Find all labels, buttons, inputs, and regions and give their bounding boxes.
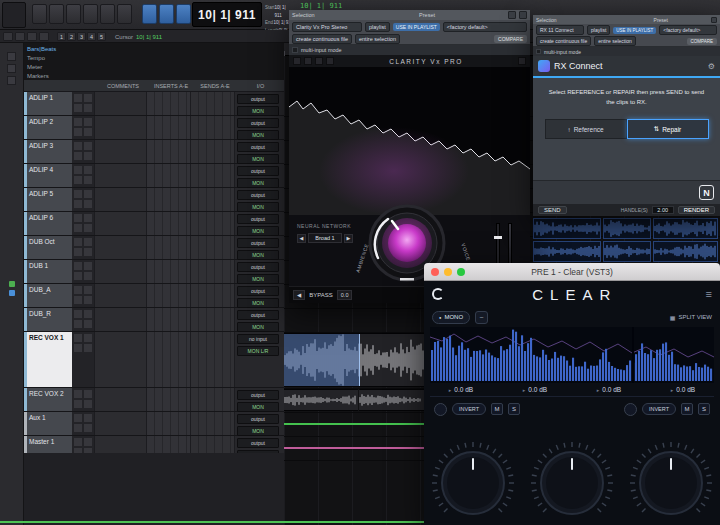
io-monitor[interactable]: MON [237, 250, 279, 260]
spot-mode-button[interactable] [27, 32, 37, 41]
edit-selection[interactable] [284, 334, 360, 386]
memory-location-5[interactable]: 5 [97, 32, 106, 41]
io-output[interactable]: output [237, 190, 279, 200]
smart-tool-grab-button[interactable] [176, 4, 191, 24]
inserts-cell[interactable] [146, 332, 190, 387]
track-buttons[interactable] [72, 236, 94, 259]
sends-cell[interactable] [190, 388, 234, 411]
menu-icon[interactable] [293, 57, 301, 65]
tracks-list-button[interactable] [7, 52, 16, 61]
track-buttons[interactable] [72, 260, 94, 283]
io-monitor[interactable]: MON [237, 178, 279, 188]
inserts-cell[interactable] [146, 260, 190, 283]
undo-icon[interactable] [304, 57, 312, 65]
menu-icon[interactable]: ≡ [706, 288, 712, 300]
comments-cell[interactable] [94, 212, 146, 235]
io-monitor[interactable]: MON [237, 130, 279, 140]
slip-mode-button[interactable] [15, 32, 25, 41]
track-buttons[interactable] [72, 164, 94, 187]
track-name[interactable]: ADLIP 1 [24, 92, 72, 115]
inserts-cell[interactable] [146, 92, 190, 115]
use-in-playlist-button[interactable]: USE IN PLAYLIST [393, 23, 440, 31]
io-monitor[interactable]: MON [237, 298, 279, 308]
audio-clip[interactable] [533, 241, 601, 262]
io-output[interactable]: output [237, 262, 279, 272]
track-buttons[interactable] [72, 212, 94, 235]
inserts-cell[interactable] [146, 412, 190, 435]
selection-mode-selector[interactable]: entire selection [355, 34, 400, 44]
io-output[interactable]: output [237, 438, 279, 448]
track-name[interactable]: ADLIP 2 [24, 116, 72, 139]
io-monitor[interactable]: MON [237, 106, 279, 116]
io-output[interactable]: output [237, 118, 279, 128]
io-monitor[interactable]: MON [237, 322, 279, 332]
solo-button[interactable]: S [698, 403, 710, 415]
inserts-cell[interactable] [146, 140, 190, 163]
io-output[interactable]: output [237, 142, 279, 152]
compare-button[interactable]: COMPARE [494, 35, 527, 43]
repair-button[interactable]: ⇅Repair [627, 119, 709, 139]
sends-cell[interactable] [190, 412, 234, 435]
compare-button[interactable]: COMPARE [687, 38, 717, 45]
bypass-label[interactable]: BYPASS [309, 292, 333, 298]
main-counter[interactable]: 10| 1| 911 [192, 2, 262, 27]
handles-value[interactable]: 2.00 [652, 206, 674, 214]
shuffle-mode-button[interactable] [3, 32, 13, 41]
master-automation-line[interactable] [284, 447, 424, 449]
plugin-selector[interactable]: Clarity Vx Pro Stereo [292, 22, 362, 32]
io-monitor[interactable]: MON [237, 426, 279, 436]
inserts-cell[interactable] [146, 164, 190, 187]
sends-cell[interactable] [190, 212, 234, 235]
audio-clip[interactable] [653, 241, 718, 262]
invert-button[interactable]: INVERT [642, 403, 676, 415]
io-monitor[interactable]: MON [237, 154, 279, 164]
inserts-cell[interactable] [146, 212, 190, 235]
help-icon[interactable] [518, 57, 526, 65]
track-name[interactable]: ADLIP 3 [24, 140, 72, 163]
sends-cell[interactable] [190, 188, 234, 211]
inserts-cell[interactable] [146, 284, 190, 307]
track-buttons[interactable] [72, 308, 94, 331]
comments-cell[interactable] [94, 284, 146, 307]
pencil-tool-button[interactable] [117, 4, 132, 24]
reset-button[interactable] [434, 403, 447, 416]
voice-knob[interactable] [429, 439, 517, 525]
sends-cell[interactable] [190, 116, 234, 139]
speaker-icon[interactable]: ▸ [597, 387, 600, 393]
audio-clip[interactable] [533, 218, 601, 239]
aux-automation-line[interactable] [284, 423, 424, 425]
clear-spectrum-display[interactable] [430, 327, 714, 383]
inserts-cell[interactable] [146, 388, 190, 411]
inserts-cell[interactable] [146, 236, 190, 259]
io-monitor[interactable]: MON [237, 274, 279, 284]
track-name[interactable]: DUB 1 [24, 260, 72, 283]
sends-cell[interactable] [190, 140, 234, 163]
zoom-tool-button[interactable] [32, 4, 47, 24]
file-mode-selector[interactable]: create continuous file [536, 36, 591, 46]
preview-volume[interactable]: 0.0 [337, 290, 353, 300]
comments-cell[interactable] [94, 308, 146, 331]
memory-location-1[interactable]: 1 [57, 32, 66, 41]
track-name[interactable]: Aux 1 [24, 412, 72, 435]
clips-list-button[interactable] [7, 76, 16, 85]
ruler-meter[interactable]: Meter [27, 63, 117, 72]
multi-input-checkbox[interactable] [292, 47, 298, 53]
io-output[interactable]: output [237, 166, 279, 176]
track-name[interactable]: ADLIP 6 [24, 212, 72, 235]
track-buttons[interactable] [72, 332, 94, 387]
smart-tool-select-button[interactable] [159, 4, 174, 24]
librarian-icon[interactable] [711, 17, 717, 23]
io-output[interactable]: output [237, 390, 279, 400]
waveform-view-button[interactable]: ~ [475, 311, 488, 324]
trim-tool-button[interactable] [49, 4, 64, 24]
noise-knob[interactable] [627, 439, 715, 525]
comments-cell[interactable] [94, 92, 146, 115]
split-view-toggle[interactable]: ▦SPLIT VIEW [670, 314, 712, 321]
preset-selector[interactable]: <factory default> [659, 25, 717, 35]
smart-tool-trim-button[interactable] [142, 4, 157, 24]
memory-location-3[interactable]: 3 [77, 32, 86, 41]
selector-tool-button[interactable] [66, 4, 81, 24]
prev-mode-button[interactable]: ◀ [297, 234, 306, 243]
sends-cell[interactable] [190, 332, 234, 387]
track-name[interactable]: ADLIP 5 [24, 188, 72, 211]
